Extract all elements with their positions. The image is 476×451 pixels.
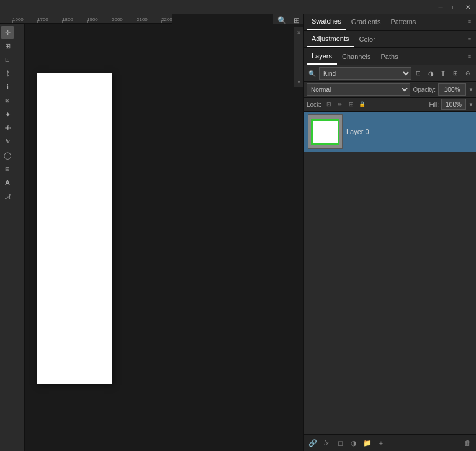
layer-item[interactable]: Layer 0 [304,112,476,152]
tab-swatches[interactable]: Swatches [307,14,346,30]
fill-value[interactable]: 100% [441,99,466,110]
ruler-mark: 1900 [87,17,112,23]
tab-adjustments[interactable]: Adjustments [307,31,354,47]
adjustments-tabs: Adjustments Color ≡ [304,31,476,48]
layers-tabs: Layers Channels Paths ≡ [304,48,476,65]
layers-panel: Layers Channels Paths ≡ 🔍 Kind ⊡ ◑ T ⊞ ⊙… [304,48,476,451]
blend-opacity-row: Normal Opacity: 100% ▼ [304,82,476,98]
kind-filter-select[interactable]: Kind [319,67,411,80]
layers-menu-button[interactable]: ≡ [465,52,474,61]
collapse-top-arrow[interactable]: » [297,29,300,35]
crop-tool[interactable]: ⊠ [1,94,14,107]
type-tool[interactable]: A [1,176,14,189]
lock-icons-group: ⊡ ✏ ⊞ 🔒 [324,99,367,109]
canvas-area [15,24,303,451]
lock-artboard-button[interactable]: ⊞ [346,99,356,109]
opacity-value[interactable]: 100% [438,83,466,96]
tab-layers[interactable]: Layers [307,48,337,65]
swatches-tabs: Swatches Gradients Patterns ≡ [304,14,476,30]
pixel-filter-icon[interactable]: ⊡ [413,68,424,79]
opacity-dropdown-arrow[interactable]: ▼ [469,87,474,93]
collapse-bottom-arrow[interactable]: » [297,79,300,85]
type-cursive-tool[interactable]: 𝓐 [1,190,14,203]
fx-tool[interactable]: fx [1,135,14,148]
maximize-button[interactable]: □ [447,0,461,14]
canvas-content [25,24,303,451]
transform-tool[interactable]: ⊟ [1,163,14,175]
swatches-menu-button[interactable]: ≡ [465,17,474,26]
adjustments-panel: Adjustments Color ≡ [304,31,476,48]
layer-thumbnail-preview [311,119,339,145]
add-mask-button[interactable]: ◻ [334,437,346,449]
fx-button[interactable]: fx [320,437,333,449]
shape-filter-icon[interactable]: ⊞ [450,68,461,79]
ruler-mark: 1700 [37,17,62,23]
delete-layer-button[interactable]: 🗑 [461,437,474,449]
lock-all-button[interactable]: 🔒 [357,99,367,109]
opacity-label: Opacity: [413,86,436,93]
adjustments-menu-button[interactable]: ≡ [465,35,474,43]
blend-mode-select[interactable]: Normal [307,83,410,96]
layer-thumbnail-wrapper [308,114,343,149]
add-link-button[interactable]: 🔗 [307,437,319,449]
layer-name: Layer 0 [346,128,369,135]
move-tool[interactable]: ✛ [1,26,14,39]
tab-paths[interactable]: Paths [376,49,403,64]
healing-tool[interactable]: ✙ [1,122,14,134]
title-bar: ─ □ ✕ [0,0,476,14]
right-panel: Swatches Gradients Patterns ≡ Adjustment… [303,14,476,451]
search-filter-icon: 🔍 [307,68,318,79]
layer-thumbnail [308,114,343,149]
eraser-tool[interactable]: ◯ [1,149,14,162]
smartobject-filter-icon[interactable]: ⊙ [462,68,474,79]
new-group-button[interactable]: 📁 [361,437,374,449]
ruler-mark: 1600 [12,17,37,23]
lock-position-button[interactable]: ✏ [335,99,345,109]
minimize-button[interactable]: ─ [434,0,447,14]
layer-list: Layer 0 [304,112,476,434]
fill-dropdown-arrow[interactable]: ▼ [469,102,474,107]
tab-gradients[interactable]: Gradients [346,14,386,29]
info-tool[interactable]: ℹ [1,81,14,93]
ruler-mark: 2000 [112,17,137,23]
fill-label: Fill: [429,101,439,108]
type-filter-icon[interactable]: T [438,68,449,79]
select-tool[interactable]: ⊡ [1,53,14,66]
ruler-mark: 2200 [161,17,172,23]
tab-color[interactable]: Color [354,32,380,47]
lock-label: Lock: [307,101,321,108]
ruler-left [15,24,25,451]
adjustment-filter-icon[interactable]: ◑ [425,68,436,79]
ruler-mark: 2100 [137,17,161,23]
lock-fill-row: Lock: ⊡ ✏ ⊞ 🔒 Fill: 100% ▼ [304,98,476,112]
new-layer-button[interactable]: + [375,437,387,449]
ruler-marks: 1600 1700 1800 1900 2000 2100 2200 2300 … [12,14,172,23]
ruler-mark: 1800 [62,17,87,23]
tab-patterns[interactable]: Patterns [385,14,421,29]
artboard-tool[interactable]: ⊞ [1,40,14,52]
add-adjustment-button[interactable]: ◑ [348,437,360,449]
layers-filter-bar: 🔍 Kind ⊡ ◑ T ⊞ ⊙ [304,65,476,82]
canvas-document [37,73,112,384]
lasso-tool[interactable]: ⌇ [1,67,14,80]
eyedropper-tool[interactable]: ✦ [1,108,14,121]
lock-pixels-button[interactable]: ⊡ [324,99,334,109]
swatches-panel: Swatches Gradients Patterns ≡ [304,14,476,31]
close-button[interactable]: ✕ [461,0,475,14]
left-toolbar: ✛ ⊞ ⊡ ⌇ ℹ ⊠ ✦ ✙ fx ◯ ⊟ A 𝓐 [0,24,15,451]
ruler-top: 1600 1700 1800 1900 2000 2100 2200 2300 … [0,14,172,24]
panel-collapse-area: » » [294,27,303,87]
tab-channels[interactable]: Channels [337,49,375,64]
layers-footer: 🔗 fx ◻ ◑ 📁 + 🗑 [304,434,476,451]
